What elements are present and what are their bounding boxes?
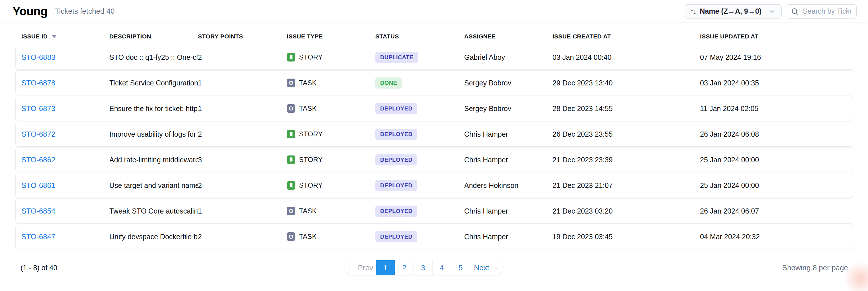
page-button-1[interactable]: 1	[376, 260, 395, 275]
status-badge: DEPLOYED	[375, 129, 417, 140]
issue-created-at-value: 21 Dec 2023 03:20	[553, 207, 700, 215]
issue-id-link[interactable]: STO-6861	[21, 181, 55, 190]
issue-created-at-value: 26 Dec 2023 23:55	[553, 130, 700, 138]
story-points-value: 2	[198, 53, 287, 62]
page-button-2[interactable]: 2	[395, 260, 414, 275]
status-badge: DEPLOYED	[375, 231, 417, 242]
story-points-value: 2	[198, 182, 287, 190]
issue-id-link[interactable]: STO-6872	[21, 130, 55, 138]
sort-dropdown-label: Name (Z→A, 9→0)	[700, 7, 762, 15]
issue-created-at-value: 29 Dec 2023 13:40	[553, 79, 700, 87]
task-icon	[287, 232, 295, 241]
issue-updated-at-value: 25 Jan 2024 00:00	[700, 156, 853, 164]
page-title: Young	[12, 5, 48, 18]
issue-type-cell: TASK	[287, 78, 375, 87]
next-page-button[interactable]: Next →	[470, 260, 503, 275]
issue-created-at-value: 19 Dec 2023 03:45	[553, 233, 700, 241]
tickets-fetched-label: Tickets fetched 40	[55, 7, 115, 15]
search-box	[786, 4, 857, 19]
task-icon	[287, 207, 295, 215]
issue-id-link[interactable]: STO-6878	[21, 78, 55, 87]
table-row: STO-6862 Add rate-limiting middleware to…	[16, 148, 853, 172]
issue-type-cell: TASK	[287, 104, 375, 113]
sort-dropdown[interactable]: ↑↓ Name (Z→A, 9→0)	[684, 4, 782, 19]
issue-id-link[interactable]: STO-6873	[21, 104, 55, 113]
sort-arrows-icon: ↑↓	[690, 8, 696, 15]
per-page-label: Showing 8 per page	[782, 263, 848, 272]
assignee-name: Gabriel Aboy	[464, 53, 553, 62]
top-bar: Young Tickets fetched 40 ↑↓ Name (Z→A, 9…	[0, 0, 868, 23]
issue-id-link[interactable]: STO-6854	[21, 207, 55, 215]
assignee-name: Sergey Bobrov	[464, 79, 553, 87]
status-badge: DEPLOYED	[375, 154, 417, 165]
table-row: STO-6861 Use target and variant name sea…	[16, 173, 853, 198]
issue-description: Use target and variant name sear...	[110, 182, 198, 190]
story-points-value: 1	[198, 79, 287, 87]
story-icon	[287, 53, 295, 62]
issue-type-cell: TASK	[287, 232, 375, 241]
status-badge: DONE	[375, 77, 402, 89]
issue-description: Ensure the fix for ticket: https://h...	[110, 104, 198, 113]
column-header-description: Description	[110, 33, 198, 40]
status-badge: DUPLICATE	[375, 52, 418, 63]
issue-created-at-value: 28 Dec 2023 14:55	[553, 104, 700, 113]
issue-updated-at-value: 11 Jan 2024 02:05	[700, 104, 853, 113]
table-row: STO-6872 Improve usability of logs for f…	[16, 122, 853, 147]
table-header-row: Issue ID Description Story Points Issue …	[16, 28, 853, 45]
issue-description: STO doc :: q1-fy25 :: One-click e...	[110, 53, 198, 62]
issue-type-label: STORY	[299, 156, 323, 164]
issue-updated-at-value: 04 Mar 2024 20:32	[700, 233, 853, 241]
page-button-5[interactable]: 5	[452, 260, 470, 275]
issue-type-cell: STORY	[287, 53, 375, 62]
issue-type-cell: STORY	[287, 181, 375, 190]
issue-id-link[interactable]: STO-6862	[21, 156, 55, 164]
assignee-name: Chris Hamper	[464, 233, 553, 241]
tickets-table: Issue ID Description Story Points Issue …	[0, 23, 868, 249]
prev-page-button[interactable]: ← Prev	[345, 260, 376, 275]
status-badge: DEPLOYED	[375, 205, 417, 217]
table-row: STO-6878 Ticket Service Configuration 1 …	[16, 71, 853, 95]
sort-desc-triangle-icon	[52, 35, 57, 38]
issue-created-at-value: 21 Dec 2023 21:07	[553, 182, 700, 190]
assignee-name: Sergey Bobrov	[464, 104, 553, 113]
search-icon	[791, 7, 799, 15]
column-header-story-points: Story Points	[198, 33, 287, 40]
issue-type-label: STORY	[299, 53, 323, 61]
issue-created-at-value: 03 Jan 2024 00:40	[553, 53, 700, 62]
story-icon	[287, 130, 295, 138]
page-button-3[interactable]: 3	[414, 260, 433, 275]
issue-updated-at-value: 26 Jan 2024 06:07	[700, 207, 853, 215]
assignee-name: Chris Hamper	[464, 156, 553, 164]
page-button-4[interactable]: 4	[433, 260, 452, 275]
issue-description: Improve usability of logs for failur...	[110, 130, 198, 138]
issue-id-link[interactable]: STO-6847	[21, 232, 55, 241]
story-points-value: 3	[198, 156, 287, 164]
column-header-issue-type: Issue Type	[287, 33, 375, 40]
column-header-issue-id[interactable]: Issue ID	[21, 33, 110, 40]
issue-updated-at-value: 26 Jan 2024 06:08	[700, 130, 853, 138]
table-row: STO-6847 Unify devspace Dockerfile build…	[16, 224, 853, 249]
issue-created-at-value: 21 Dec 2023 23:39	[553, 156, 700, 164]
assignee-name: Anders Hokinson	[464, 182, 553, 190]
issue-type-cell: TASK	[287, 207, 375, 215]
toolbar: ↑↓ Name (Z→A, 9→0)	[684, 4, 857, 19]
results-range-label: (1 - 8) of 40	[21, 264, 57, 272]
assignee-name: Chris Hamper	[464, 130, 553, 138]
story-points-value: 1	[198, 104, 287, 113]
issue-type-label: TASK	[299, 207, 317, 215]
arrow-left-icon: ←	[348, 263, 355, 272]
story-points-value: 1	[198, 207, 287, 215]
issue-type-label: TASK	[299, 79, 317, 87]
issue-description: Add rate-limiting middleware to S...	[110, 156, 198, 164]
task-icon	[287, 104, 295, 113]
story-icon	[287, 181, 295, 190]
task-icon	[287, 78, 295, 87]
table-body: STO-6883 STO doc :: q1-fy25 :: One-click…	[16, 45, 853, 249]
search-input[interactable]	[802, 7, 852, 15]
issue-updated-at-value: 07 May 2024 19:16	[700, 53, 853, 62]
issue-updated-at-value: 25 Jan 2024 00:00	[700, 182, 853, 190]
issue-type-cell: STORY	[287, 130, 375, 138]
issue-type-label: TASK	[299, 104, 317, 112]
issue-id-link[interactable]: STO-6883	[21, 53, 55, 62]
table-row: STO-6873 Ensure the fix for ticket: http…	[16, 96, 853, 121]
